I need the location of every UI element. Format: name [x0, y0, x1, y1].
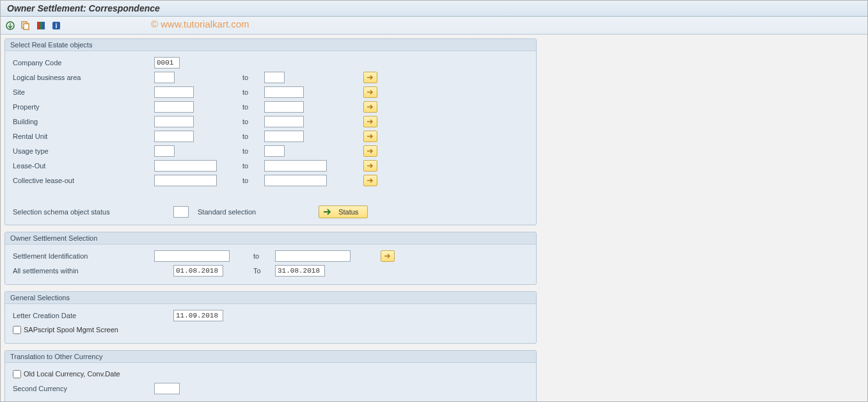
toolbar: i © www.tutorialkart.com — [1, 17, 867, 35]
input-lease-out-to[interactable] — [264, 160, 327, 172]
input-settlement-ident-from[interactable] — [154, 250, 230, 262]
label-spool: SAPscript Spool Mgmt Screen — [24, 326, 118, 334]
status-button-label: Status — [338, 208, 358, 216]
site-to-label: to — [242, 88, 264, 96]
input-site-from[interactable] — [154, 86, 194, 98]
input-site-to[interactable] — [264, 86, 304, 98]
rental-unit-to-label: to — [242, 133, 264, 140]
label-second-currency: Second Currency — [10, 385, 154, 392]
group-title-owner-settlement: Owner Settlement Selection — [5, 232, 536, 245]
svg-text:i: i — [56, 22, 58, 29]
multi-select-property[interactable] — [363, 101, 377, 113]
watermark-text: © www.tutorialkart.com — [151, 19, 249, 29]
label-collective-lease-out: Collective lease-out — [10, 177, 154, 184]
row-letter-date: Letter Creation Date — [10, 308, 531, 323]
group-real-estate: Select Real Estate objects Company Code … — [4, 38, 537, 225]
input-collective-lease-out-to[interactable] — [264, 175, 327, 186]
svg-rect-3 — [37, 22, 40, 29]
input-within-from[interactable] — [173, 265, 223, 277]
multi-select-collective-lease-out[interactable] — [363, 175, 377, 186]
variant-icon[interactable] — [20, 20, 31, 31]
label-building: Building — [10, 118, 154, 125]
page-title: Owner Settlement: Correspondence — [1, 1, 867, 17]
row-settlement-ident: Settlement Identification to — [10, 248, 531, 263]
color-legend-icon[interactable] — [35, 20, 47, 31]
label-company-code: Company Code — [10, 59, 154, 67]
settlement-ident-to-label: to — [253, 252, 275, 260]
input-rental-unit-from[interactable] — [154, 131, 194, 142]
input-building-to[interactable] — [264, 116, 304, 127]
property-to-label: to — [242, 103, 264, 111]
label-letter-date: Letter Creation Date — [10, 312, 173, 319]
label-rental-unit: Rental Unit — [10, 133, 154, 140]
multi-select-rental-unit[interactable] — [363, 131, 377, 142]
collective-lease-out-to-label: to — [242, 177, 264, 184]
execute-icon[interactable] — [4, 20, 16, 31]
multi-select-building[interactable] — [363, 116, 377, 127]
label-site: Site — [10, 88, 154, 96]
svg-rect-2 — [24, 24, 29, 29]
label-lease-out: Lease-Out — [10, 162, 154, 170]
input-second-currency[interactable] — [154, 383, 180, 394]
input-lba-to[interactable] — [264, 72, 285, 83]
input-company-code[interactable] — [154, 57, 180, 68]
input-property-from[interactable] — [154, 101, 194, 113]
row-collective-lease-out: Collective lease-out to — [10, 173, 531, 188]
content-area[interactable]: Select Real Estate objects Company Code … — [1, 35, 867, 401]
label-usage-type: Usage type — [10, 147, 154, 155]
multi-select-usage-type[interactable] — [363, 145, 377, 157]
checkbox-spool[interactable] — [13, 326, 21, 334]
group-title-real-estate: Select Real Estate objects — [5, 39, 536, 51]
input-building-from[interactable] — [154, 116, 194, 127]
row-spool-screen: SAPscript Spool Mgmt Screen — [10, 323, 531, 337]
lba-to-label: to — [242, 74, 264, 81]
row-usage-type: Usage type to — [10, 143, 531, 158]
label-standard-selection: Standard selection — [198, 208, 256, 216]
row-lease-out: Lease-Out to — [10, 158, 531, 173]
building-to-label: to — [242, 118, 264, 125]
checkbox-old-local-currency[interactable] — [13, 370, 21, 378]
input-within-to[interactable] — [275, 265, 325, 277]
multi-select-settlement-ident[interactable] — [381, 250, 395, 262]
row-schema: Selection schema object status Standard … — [10, 205, 531, 218]
usage-type-to-label: to — [242, 147, 264, 155]
input-lba-from[interactable] — [154, 72, 175, 83]
group-owner-settlement: Owner Settlement Selection Settlement Id… — [4, 232, 537, 285]
input-usage-type-to[interactable] — [264, 145, 285, 157]
app-window: Owner Settlement: Correspondence i © www… — [0, 0, 868, 402]
multi-select-site[interactable] — [363, 86, 377, 98]
multi-select-lba[interactable] — [363, 72, 377, 83]
label-lba: Logical business area — [10, 74, 154, 81]
input-property-to[interactable] — [264, 101, 304, 113]
label-property: Property — [10, 103, 154, 111]
input-lease-out-from[interactable] — [154, 160, 217, 172]
label-settlements-within: All settlements within — [10, 267, 173, 275]
label-old-local-currency: Old Local Currency, Conv.Date — [24, 370, 120, 378]
info-icon[interactable]: i — [51, 20, 62, 31]
input-collective-lease-out-from[interactable] — [154, 175, 217, 186]
row-company-code: Company Code — [10, 55, 531, 70]
row-site: Site to — [10, 84, 531, 99]
label-schema: Selection schema object status — [10, 208, 173, 216]
row-building: Building to — [10, 114, 531, 129]
row-settlements-within: All settlements within To — [10, 263, 531, 278]
input-rental-unit-to[interactable] — [264, 131, 304, 142]
group-general-selections: General Selections Letter Creation Date … — [4, 291, 537, 344]
group-title-general: General Selections — [5, 292, 536, 304]
input-usage-type-from[interactable] — [154, 145, 175, 157]
status-button[interactable]: Status — [319, 205, 368, 218]
multi-select-lease-out[interactable] — [363, 160, 377, 172]
input-settlement-ident-to[interactable] — [275, 250, 351, 262]
input-schema[interactable] — [173, 206, 189, 218]
row-second-currency: Second Currency — [10, 381, 531, 396]
input-letter-date[interactable] — [173, 310, 223, 321]
lease-out-to-label: to — [242, 162, 264, 170]
row-rental-unit: Rental Unit to — [10, 129, 531, 143]
group-title-currency: Translation to Other Currency — [5, 351, 536, 363]
row-old-local-currency: Old Local Currency, Conv.Date — [10, 367, 531, 381]
svg-rect-4 — [40, 22, 42, 29]
within-to-label: To — [253, 267, 275, 275]
svg-rect-5 — [42, 22, 45, 29]
row-property: Property to — [10, 99, 531, 114]
row-logical-business-area: Logical business area to — [10, 70, 531, 84]
